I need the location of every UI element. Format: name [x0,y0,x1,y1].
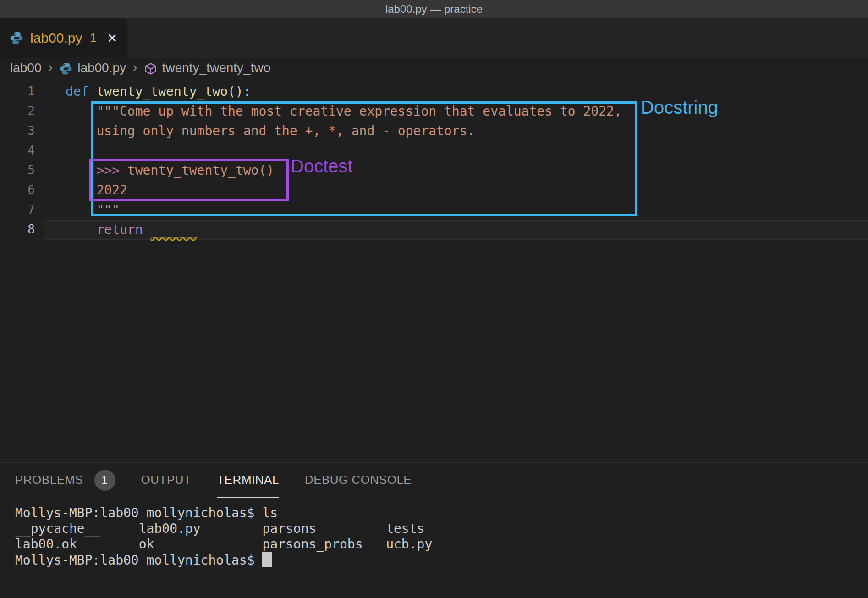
code-text: """ [35,200,120,220]
code-token: """Come up with the most creative expres… [66,104,622,119]
panel-tabs: PROBLEMS1OUTPUTTERMINALDEBUG CONSOLE [0,463,868,498]
panel-tab-problems[interactable]: PROBLEMS1 [15,463,115,498]
problems-count-badge: 1 [94,470,115,491]
bottom-panel: PROBLEMS1OUTPUTTERMINALDEBUG CONSOLE Mol… [0,462,868,598]
docstring-annotation-label: Docstring [641,97,718,118]
line-number: 4 [0,141,35,161]
terminal-cursor [262,552,272,567]
breadcrumb-symbol[interactable]: twenty_twenty_two [162,61,271,75]
panel-tab-label: OUTPUT [141,473,192,487]
panel-tab-debug-console[interactable]: DEBUG CONSOLE [305,463,412,498]
code-token: twenty_twenty_two [96,84,228,99]
code-line[interactable]: 6 2022 [0,180,868,200]
code-token: using only numbers and the +, *, and - o… [66,123,475,138]
terminal-line: Mollys-MBP:lab00 mollynicholas$ [15,552,868,568]
code-line[interactable]: 5 >>> twenty_twenty_two() [0,161,868,180]
code-line[interactable]: 4 [0,141,868,161]
code-token: >>> [96,163,120,178]
code-token [66,222,96,237]
chevron-right-icon: › [48,60,53,74]
code-token [143,222,151,237]
panel-tab-terminal[interactable]: TERMINAL [217,463,279,498]
tab-warning-badge: 1 [89,31,97,45]
panel-tab-label: TERMINAL [217,473,279,487]
code-token: twenty_twenty_two() [120,163,274,178]
doctest-annotation-label: Doctest [291,156,353,177]
code-line[interactable]: 7 """ [0,200,868,220]
line-number: 6 [0,180,35,200]
line-number: 7 [0,200,35,220]
code-text: """Come up with the most creative expres… [35,101,622,121]
code-line[interactable]: 1def twenty_twenty_two(): [0,82,868,101]
code-token: return [96,222,143,237]
code-editor[interactable]: 1def twenty_twenty_two():2 """Come up wi… [0,78,868,462]
breadcrumb-file[interactable]: lab00.py [77,61,126,75]
tab-bar: lab00.py 1 ✕ [0,18,868,58]
tab-lab00py[interactable]: lab00.py 1 ✕ [0,18,127,58]
panel-tab-label: DEBUG CONSOLE [305,473,412,487]
titlebar: lab00.py — practice [0,0,868,18]
code-token [66,163,96,178]
code-lines: 1def twenty_twenty_two():2 """Come up wi… [0,78,868,239]
code-line[interactable]: 2 """Come up with the most creative expr… [0,101,868,121]
code-text: >>> twenty_twenty_two() [35,161,274,180]
symbol-cube-icon [144,62,158,76]
code-line[interactable]: 3 using only numbers and the +, *, and -… [0,121,868,141]
code-token: def [66,84,89,99]
code-token [89,84,97,99]
breadcrumb-folder[interactable]: lab00 [10,61,42,75]
code-token: """ [66,202,120,217]
terminal-output[interactable]: Mollys-MBP:lab00 mollynicholas$ ls__pyca… [0,498,868,568]
code-line[interactable]: 8 return ______ [0,220,868,239]
line-number: 5 [0,161,35,180]
breadcrumb: lab00 › lab00.py › twenty_twenty_two [0,58,868,78]
window-title: lab00.py — practice [385,3,483,16]
code-text: using only numbers and the +, *, and - o… [35,121,475,141]
terminal-line: Mollys-MBP:lab00 mollynicholas$ ls [15,505,868,521]
line-number: 1 [0,82,35,101]
tab-label: lab00.py [30,30,82,46]
line-number: 8 [0,220,35,239]
vscode-window: lab00.py — practice lab00.py 1 ✕ lab00 ›… [0,0,868,598]
answer-blank-underscores: ______ [150,222,197,237]
line-number: 2 [0,101,35,121]
code-token: 2022 [66,183,127,198]
terminal-line: lab00.ok ok parsons_probs ucb.py [15,537,868,552]
panel-tab-label: PROBLEMS [15,473,83,487]
chevron-right-icon: › [132,60,137,74]
python-file-icon [59,62,73,76]
line-number: 3 [0,121,35,141]
code-text: 2022 [35,180,127,200]
code-text [35,141,66,161]
close-icon[interactable]: ✕ [107,31,117,46]
panel-tab-output[interactable]: OUTPUT [141,463,192,498]
code-token: (): [228,84,251,99]
terminal-line: __pycache__ lab00.py parsons tests [15,521,868,537]
code-text: def twenty_twenty_two(): [35,82,251,101]
code-text: return ______ [35,220,197,239]
python-file-icon [9,31,24,45]
